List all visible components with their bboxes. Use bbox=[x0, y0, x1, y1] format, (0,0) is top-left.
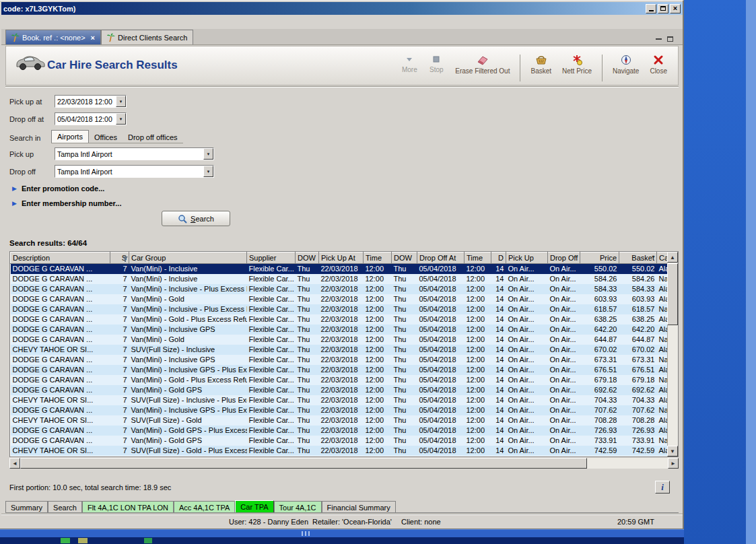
chevron-down-icon[interactable]: ▼ bbox=[203, 148, 213, 160]
scrollbar-thumb[interactable] bbox=[667, 263, 678, 325]
chevron-down-icon[interactable]: ▼ bbox=[203, 166, 213, 177]
tab-direct-clients-search[interactable]: Direct Clients Search bbox=[101, 30, 193, 44]
table-row[interactable]: DODGE G CARAVAN ...7Van(Mini) - Gold GPS… bbox=[11, 426, 677, 436]
tab-booking-ref[interactable]: Book. ref .: <none> × bbox=[5, 30, 101, 44]
scroll-down-icon[interactable]: ▼ bbox=[667, 446, 678, 456]
scroll-left-icon[interactable]: ◄ bbox=[9, 458, 20, 469]
dropoff-combo[interactable]: Tampa Intl Airport ▼ bbox=[55, 165, 214, 178]
dock-grip-icon[interactable] bbox=[302, 531, 310, 536]
expand-arrow-icon: ▶ bbox=[12, 200, 17, 207]
close-button[interactable]: × bbox=[670, 4, 681, 13]
window-titlebar[interactable]: code: x7L3GYKTom) × bbox=[1, 2, 683, 15]
col-seats[interactable]: S bbox=[110, 252, 129, 264]
tab-offices[interactable]: Offices bbox=[89, 132, 123, 143]
tab-label: Book. ref .: <none> bbox=[22, 34, 85, 42]
table-row[interactable]: CHEVY TAHOE OR SI...7SUV(Full Size) - Go… bbox=[11, 446, 677, 456]
table-row[interactable]: DODGE G CARAVAN ...7Van(Mini) - Inclusiv… bbox=[11, 264, 677, 274]
info-button[interactable]: i bbox=[655, 481, 670, 494]
search-in-tabs: Airports Offices Drop off offices bbox=[51, 131, 183, 143]
chevron-down-icon[interactable]: ▼ bbox=[116, 96, 126, 107]
table-row[interactable]: DODGE G CARAVAN ...7Van(Mini) - Inclusiv… bbox=[11, 355, 677, 365]
table-row[interactable]: DODGE G CARAVAN ...7Van(Mini) - Inclusiv… bbox=[11, 304, 677, 314]
table-row[interactable]: DODGE G CARAVAN ...7Van(Mini) - Inclusiv… bbox=[11, 365, 677, 375]
table-row[interactable]: DODGE G CARAVAN ...7Van(Mini) - Inclusiv… bbox=[11, 405, 677, 415]
col-dropoff-at[interactable]: Drop Off At bbox=[417, 252, 465, 264]
col-supplier[interactable]: Supplier bbox=[247, 252, 296, 264]
taskbar-icon[interactable] bbox=[61, 538, 70, 543]
more-button[interactable]: More bbox=[398, 53, 421, 75]
panel-minimize-icon[interactable] bbox=[656, 38, 662, 40]
close-view-button[interactable]: Close bbox=[646, 53, 671, 76]
filter-icon[interactable] bbox=[123, 255, 128, 263]
tab-tour[interactable]: Tour 4A,1C bbox=[274, 501, 322, 513]
tab-search[interactable]: Search bbox=[48, 501, 82, 513]
dropoff-at-input[interactable]: 05/04/2018 12:00 ▼ bbox=[55, 112, 127, 125]
expand-arrow-icon: ▶ bbox=[12, 185, 17, 192]
taskbar-icon[interactable] bbox=[78, 538, 88, 543]
col-dow-pickup[interactable]: DOW bbox=[296, 252, 319, 264]
minimize-button[interactable] bbox=[646, 4, 656, 13]
taskbar-icon[interactable] bbox=[144, 538, 152, 543]
tab-airports[interactable]: Airports bbox=[51, 130, 89, 143]
promotion-code-expander[interactable]: ▶ Enter promotion code... bbox=[12, 184, 104, 193]
scroll-right-icon[interactable]: ► bbox=[668, 458, 679, 469]
col-time-dropoff[interactable]: Time bbox=[465, 252, 491, 264]
table-row[interactable]: CHEVY TAHOE OR SI...7SUV(Full Size) - Go… bbox=[11, 415, 677, 426]
status-clock: 20:59 GMT bbox=[617, 518, 654, 526]
col-dropoff-loc[interactable]: Drop Off bbox=[548, 252, 580, 264]
basket-button[interactable]: Basket bbox=[527, 53, 555, 76]
tab-financial-summary[interactable]: Financial Summary bbox=[322, 501, 396, 513]
col-pickup-loc[interactable]: Pick Up bbox=[506, 252, 548, 264]
toolbar: More Stop Erase Filtered Out Basket Nett… bbox=[398, 53, 671, 81]
search-button[interactable]: Search bbox=[162, 211, 230, 226]
table-row[interactable]: DODGE G CARAVAN ...7Van(Mini) - GoldFlex… bbox=[11, 335, 677, 345]
col-time-pickup[interactable]: Time bbox=[364, 252, 392, 264]
pickup-combo[interactable]: Tampa Intl Airport ▼ bbox=[55, 147, 214, 160]
tab-summary[interactable]: Summary bbox=[5, 501, 48, 513]
bottom-tabs-baseline bbox=[5, 512, 679, 513]
tab-drop-off-offices[interactable]: Drop off offices bbox=[123, 132, 183, 143]
status-user: User: 428 - Danny Eden bbox=[229, 518, 308, 526]
table-row[interactable]: DODGE G CARAVAN ...7Van(Mini) - Gold GPS… bbox=[11, 385, 677, 395]
panel-restore-icon[interactable] bbox=[667, 36, 673, 42]
table-row[interactable]: DODGE G CARAVAN ...7Van(Mini) - Gold - P… bbox=[11, 375, 677, 385]
scrollbar-thumb[interactable] bbox=[20, 458, 587, 469]
table-row[interactable]: DODGE G CARAVAN ...7Van(Mini) - Gold GPS… bbox=[11, 436, 677, 446]
page-title: Car Hire Search Results bbox=[47, 59, 178, 72]
stop-icon bbox=[432, 55, 441, 64]
chevron-down-icon[interactable]: ▼ bbox=[116, 113, 126, 125]
table-row[interactable]: DODGE G CARAVAN ...7Van(Mini) - Inclusiv… bbox=[11, 325, 677, 335]
tab-flight[interactable]: Flt 4A,1C LON TPA LON bbox=[82, 501, 174, 513]
table-row[interactable]: CHEVY TAHOE OR SI...7SUV(Full Size) - In… bbox=[11, 395, 677, 405]
membership-number-expander[interactable]: ▶ Enter membership number... bbox=[12, 199, 121, 207]
status-retailer: Retailer: 'Ocean-Florida' bbox=[312, 518, 392, 526]
pickup-at-input[interactable]: 22/03/2018 12:00 ▼ bbox=[55, 95, 127, 108]
tab-car[interactable]: Car TPA bbox=[235, 500, 273, 513]
maximize-button[interactable] bbox=[658, 4, 668, 13]
table-row[interactable]: DODGE G CARAVAN ...7Van(Mini) - Inclusiv… bbox=[11, 274, 677, 284]
stop-button[interactable]: Stop bbox=[425, 53, 448, 75]
table-row[interactable]: DODGE G CARAVAN ...7Van(Mini) - Gold - P… bbox=[11, 314, 677, 325]
col-dow-dropoff[interactable]: DOW bbox=[392, 252, 417, 264]
dock-bar[interactable] bbox=[0, 529, 684, 537]
tab-accommodation[interactable]: Acc 4A,1C TPA bbox=[174, 501, 235, 513]
table-row[interactable]: CHEVY TAHOE OR SI...7SUV(Full Size) - In… bbox=[11, 345, 677, 355]
nett-price-button[interactable]: Nett Price bbox=[559, 53, 595, 76]
col-days[interactable]: D bbox=[491, 252, 506, 264]
tab-close-icon[interactable]: × bbox=[91, 34, 95, 42]
horizontal-scrollbar[interactable]: ◄ ► bbox=[9, 458, 679, 469]
results-table-header: Description S Car Group Supplier DOW Pic… bbox=[11, 252, 677, 264]
col-basket[interactable]: Basket▼ bbox=[619, 252, 657, 264]
col-description[interactable]: Description bbox=[11, 252, 110, 264]
chevron-down-icon[interactable]: ▼ bbox=[651, 254, 656, 259]
vertical-scrollbar[interactable]: ▲ ▼ bbox=[667, 252, 678, 456]
col-car-group[interactable]: Car Group bbox=[129, 252, 247, 264]
col-price[interactable]: Price bbox=[580, 252, 619, 264]
table-row[interactable]: DODGE G CARAVAN ...7Van(Mini) - GoldFlex… bbox=[11, 294, 677, 304]
col-pickup-at[interactable]: Pick Up At bbox=[319, 252, 364, 264]
scroll-up-icon[interactable]: ▲ bbox=[667, 252, 678, 263]
table-row[interactable]: DODGE G CARAVAN ...7Van(Mini) - Inclusiv… bbox=[11, 284, 677, 294]
navigate-button[interactable]: Navigate bbox=[609, 53, 642, 76]
more-icon bbox=[405, 55, 414, 64]
erase-filtered-out-button[interactable]: Erase Filtered Out bbox=[452, 53, 513, 76]
